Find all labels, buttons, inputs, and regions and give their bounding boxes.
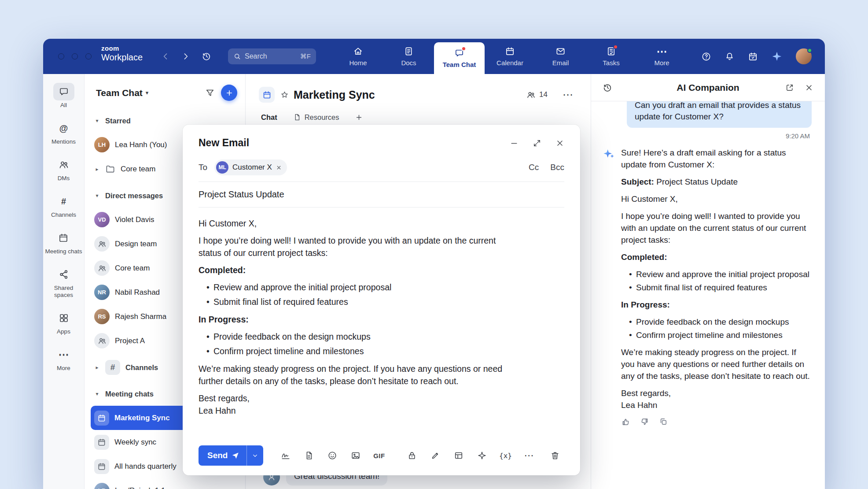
chatlist-item-lea-raj[interactable]: LR Lea/Rajesh 1:1	[91, 478, 239, 489]
nav-tab-tasks[interactable]: Tasks	[586, 39, 636, 74]
favorite-star-icon[interactable]	[280, 90, 289, 100]
channel-hash-icon: #	[105, 360, 120, 375]
back-button[interactable]	[161, 52, 170, 61]
email-body-editor[interactable]: Hi Customer X, I hope you’re doing well!…	[199, 217, 507, 417]
send-options-button[interactable]	[246, 445, 263, 466]
home-icon	[353, 46, 363, 57]
history-icon[interactable]	[202, 52, 211, 61]
remove-recipient-icon[interactable]	[276, 165, 282, 170]
apps-icon	[53, 309, 74, 327]
forward-button[interactable]	[181, 52, 190, 61]
nav-tab-calendar[interactable]: Calendar	[485, 39, 535, 74]
rail-item-mentions[interactable]: @ Mentions	[51, 119, 76, 145]
composer-toolbar: Send GIF	[199, 445, 564, 466]
bcc-button[interactable]: Bcc	[550, 163, 564, 172]
group-icon	[94, 236, 110, 252]
meeting-icon	[94, 435, 109, 450]
user-avatar[interactable]	[796, 48, 812, 64]
window-controls	[58, 53, 92, 59]
calendar-quick-icon[interactable]	[748, 52, 758, 62]
members-button[interactable]: 14	[526, 90, 548, 100]
search-bar[interactable]: ⌘F	[228, 48, 316, 64]
rail-item-channels[interactable]: # Channels	[51, 193, 76, 219]
lock-icon[interactable]	[403, 446, 421, 465]
ai-panel-header: AI Companion	[591, 74, 825, 101]
layout-icon[interactable]	[449, 446, 468, 465]
body-intro: I hope you’re doing well! I wanted to pr…	[199, 234, 507, 259]
subject-input[interactable]: Project Status Update	[199, 182, 564, 207]
meeting-icon	[94, 459, 109, 474]
cc-button[interactable]: Cc	[529, 163, 539, 172]
member-count: 14	[539, 90, 548, 99]
signature-icon[interactable]	[276, 446, 295, 465]
help-icon[interactable]	[701, 52, 711, 62]
ai-popout-icon[interactable]	[785, 83, 794, 92]
ai-history-icon[interactable]	[603, 83, 612, 93]
rail-item-meeting-chats[interactable]: Meeting chats	[45, 229, 82, 255]
minimize-icon[interactable]	[510, 139, 519, 148]
thumbs-down-icon[interactable]	[640, 417, 649, 426]
template-icon[interactable]	[300, 446, 318, 465]
close-icon[interactable]	[555, 139, 564, 148]
window-close-button[interactable]	[58, 53, 64, 59]
window-zoom-button[interactable]	[85, 53, 92, 59]
ai-conversation-scroll[interactable]: Can you draft an email that provides a s…	[591, 101, 825, 489]
chat-list-title[interactable]: Team Chat	[96, 88, 143, 98]
rail-item-apps[interactable]: Apps	[53, 309, 74, 335]
folder-icon	[105, 164, 115, 174]
to-field[interactable]: To ML Customer X Cc Bcc	[199, 159, 564, 182]
ai-inprogress-label: In Progress:	[621, 299, 812, 311]
tab-resources[interactable]: Resources	[293, 113, 339, 122]
search-input[interactable]	[245, 52, 297, 60]
rail-item-all[interactable]: All	[53, 83, 74, 109]
delete-draft-icon[interactable]	[546, 446, 564, 465]
filter-button[interactable]	[205, 88, 215, 98]
ai-subject-line: Subject: Project Status Update	[621, 176, 812, 188]
ai-companion-icon[interactable]	[771, 51, 783, 62]
chat-header: Marketing Sync 14 ⋯	[246, 74, 591, 108]
rail-item-dms[interactable]: DMs	[53, 156, 74, 182]
nav-tab-more[interactable]: ⋯ More	[636, 39, 687, 74]
send-button[interactable]: Send	[199, 445, 246, 466]
ai-completed-label: Completed:	[621, 251, 812, 263]
dms-icon	[53, 156, 74, 174]
expand-icon[interactable]	[533, 139, 541, 148]
nav-tab-home[interactable]: Home	[333, 39, 383, 74]
ai-sparkle-outline-icon[interactable]	[473, 446, 491, 465]
variable-icon[interactable]: {x}	[496, 446, 515, 465]
avatar: RS	[94, 309, 110, 324]
avatar: NR	[94, 285, 110, 300]
window-minimize-button[interactable]	[72, 53, 78, 59]
new-chat-button[interactable]	[221, 85, 237, 101]
nav-tab-email[interactable]: Email	[535, 39, 586, 74]
notifications-icon[interactable]	[725, 52, 735, 62]
add-tab-button[interactable]	[355, 114, 363, 121]
recipient-chip[interactable]: ML Customer X	[214, 159, 287, 175]
ai-close-icon[interactable]	[805, 83, 813, 92]
tab-chat[interactable]: Chat	[261, 113, 277, 122]
rail-more-icon: ⋯	[53, 346, 74, 363]
hash-icon: #	[53, 193, 74, 210]
thumbs-up-icon[interactable]	[621, 417, 630, 426]
body-closing: We’re making steady progress on the proj…	[199, 363, 507, 387]
body-greeting: Hi Customer X,	[199, 217, 507, 230]
ai-body-intro: I hope you’re doing well! I wanted to pr…	[621, 210, 812, 246]
rail-item-shared-spaces[interactable]: Shared spaces	[45, 266, 83, 299]
nav-tab-docs[interactable]: Docs	[383, 39, 434, 74]
toolbar-more-icon[interactable]: ⋯	[519, 446, 538, 465]
chat-more-button[interactable]: ⋯	[563, 89, 573, 100]
composer-title: New Email	[199, 137, 249, 149]
emoji-icon[interactable]	[323, 446, 342, 465]
gif-icon[interactable]: GIF	[370, 446, 388, 465]
primary-nav: Home Docs Team Chat Calendar	[333, 39, 687, 74]
nav-tab-team-chat[interactable]: Team Chat	[434, 42, 485, 74]
group-icon	[94, 260, 110, 276]
copy-icon[interactable]	[659, 417, 668, 426]
logo-line1: zoom	[101, 45, 143, 52]
user-prompt-bubble: Can you draft an email that provides a s…	[627, 101, 812, 128]
pencil-icon[interactable]	[426, 446, 445, 465]
tasks-icon	[606, 46, 616, 57]
image-icon[interactable]	[346, 446, 365, 465]
rail-item-more[interactable]: ⋯ More	[53, 346, 74, 372]
left-rail: All @ Mentions DMs # Channels Meeting	[43, 74, 85, 489]
